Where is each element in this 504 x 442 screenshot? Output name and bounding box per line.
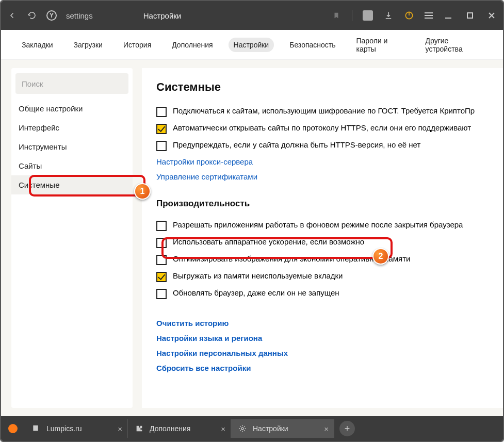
menu-icon[interactable]	[425, 12, 433, 19]
close-icon[interactable]	[486, 10, 497, 21]
avatar[interactable]	[363, 10, 373, 21]
home-dot-icon[interactable]	[8, 424, 18, 433]
shield-icon[interactable]	[404, 10, 414, 21]
svg-rect-3	[33, 425, 38, 431]
maximize-icon[interactable]	[465, 10, 475, 21]
bottom-tab-label-2: Настройки	[253, 424, 288, 433]
browser-window: Y settings Настройки ЗакладкиЗагрузки	[0, 0, 504, 442]
nav-item-5[interactable]: Безопасность	[284, 38, 340, 52]
perf-opt-row-2: Оптимизировать изображения для экономии …	[156, 251, 489, 268]
page-title: Настройки	[143, 11, 182, 20]
bottom-tab-0[interactable]: Lumpics.ru×	[25, 419, 128, 438]
perf-opt-label-4: Обновлять браузер, даже если он не запущ…	[173, 288, 339, 297]
sidebar: Поиск Общие настройкиИнтерфейсИнструмент…	[11, 68, 133, 408]
tab-icon-page-icon	[32, 424, 40, 433]
link-clear-history[interactable]: Очистить историю	[156, 316, 489, 331]
system-opt-label-0: Подключаться к сайтам, использующим шифр…	[173, 106, 475, 115]
perf-opt-checkbox-1[interactable]	[156, 238, 167, 248]
section-title-system: Системные	[156, 80, 489, 94]
perf-opt-row-4: Обновлять браузер, даже если он не запущ…	[156, 285, 489, 302]
search-placeholder: Поиск	[22, 79, 43, 88]
system-opt-row-0: Подключаться к сайтам, использующим шифр…	[156, 103, 489, 120]
sidebar-item-2[interactable]: Инструменты	[11, 137, 133, 156]
settings-topnav: ЗакладкиЗагрузкиИсторияДополненияНастрой…	[1, 30, 503, 60]
perf-opt-label-3: Выгружать из памяти неиспользуемые вклад…	[173, 271, 343, 280]
settings-main: Системные Подключаться к сайтам, использ…	[142, 68, 503, 408]
bottom-tab-label-0: Lumpics.ru	[46, 424, 82, 433]
nav-item-2[interactable]: История	[118, 38, 156, 52]
link-certs[interactable]: Управление сертификатами	[156, 169, 489, 184]
address-url[interactable]: settings	[66, 11, 93, 20]
perf-opt-label-0: Разрешать приложениям работать в фоновом…	[173, 220, 463, 229]
perf-opt-checkbox-0[interactable]	[156, 221, 167, 231]
system-opt-checkbox-1[interactable]	[156, 124, 167, 134]
bottom-tab-2[interactable]: Настройки×	[231, 419, 334, 438]
new-tab-button[interactable]: +	[339, 421, 355, 436]
system-opt-checkbox-2[interactable]	[156, 141, 167, 151]
nav-item-6[interactable]: Пароли и карты	[351, 34, 410, 56]
content-area: Поиск Общие настройкиИнтерфейсИнструмент…	[1, 60, 503, 416]
system-opt-label-1: Автоматически открывать сайты по протоко…	[173, 123, 471, 132]
perf-opt-row-3: Выгружать из памяти неиспользуемые вклад…	[156, 268, 489, 285]
system-opt-checkbox-0[interactable]	[156, 107, 167, 117]
nav-item-3[interactable]: Дополнения	[167, 38, 218, 52]
system-opt-row-1: Автоматически открывать сайты по протоко…	[156, 120, 489, 137]
perf-opt-checkbox-2[interactable]	[156, 255, 167, 265]
tab-close-icon[interactable]: ×	[324, 424, 329, 433]
perf-opt-label-2: Оптимизировать изображения для экономии …	[173, 254, 410, 263]
titlebar: Y settings Настройки	[1, 1, 503, 30]
link-reset-all[interactable]: Сбросить все настройки	[156, 361, 489, 375]
nav-item-1[interactable]: Загрузки	[69, 38, 108, 52]
link-lang-region[interactable]: Настройки языка и региона	[156, 331, 489, 346]
reload-icon[interactable]	[27, 10, 37, 21]
system-opt-row-2: Предупреждать, если у сайта должна быть …	[156, 137, 489, 154]
perf-opt-checkbox-3[interactable]	[156, 272, 167, 282]
back-icon[interactable]	[7, 10, 18, 21]
link-personal-data[interactable]: Настройки персональных данных	[156, 346, 489, 361]
bottom-tab-1[interactable]: Дополнения×	[128, 419, 231, 438]
perf-opt-checkbox-4[interactable]	[156, 289, 167, 299]
system-opt-label-2: Предупреждать, если у сайта должна быть …	[173, 140, 420, 149]
divider	[352, 10, 352, 21]
nav-item-0[interactable]: Закладки	[17, 38, 58, 52]
search-input[interactable]: Поиск	[15, 73, 128, 94]
perf-opt-row-1: Использовать аппаратное ускорение, если …	[156, 234, 489, 251]
nav-item-7[interactable]: Другие устройства	[420, 34, 487, 56]
download-icon[interactable]	[383, 10, 394, 21]
section-title-performance: Производительность	[156, 199, 489, 209]
perf-opt-label-1: Использовать аппаратное ускорение, если …	[173, 237, 364, 246]
bookmark-icon[interactable]	[331, 10, 342, 21]
minimize-icon[interactable]	[443, 10, 453, 21]
sidebar-item-0[interactable]: Общие настройки	[11, 99, 133, 118]
sidebar-item-3[interactable]: Сайты	[11, 156, 133, 175]
sidebar-item-1[interactable]: Интерфейс	[11, 118, 133, 137]
svg-rect-2	[467, 13, 473, 18]
bottom-tabbar: Lumpics.ru×Дополнения×Настройки× +	[1, 416, 503, 441]
tab-icon-gear-icon	[238, 424, 247, 433]
svg-point-4	[241, 428, 243, 430]
sidebar-item-4[interactable]: Системные	[11, 175, 133, 194]
tab-close-icon[interactable]: ×	[118, 424, 122, 433]
nav-item-4[interactable]: Настройки	[229, 38, 274, 52]
tab-icon-puzzle-icon	[135, 424, 143, 433]
link-proxy[interactable]: Настройки прокси-сервера	[156, 154, 489, 169]
bottom-tab-label-1: Дополнения	[150, 424, 190, 433]
tab-close-icon[interactable]: ×	[221, 424, 225, 433]
yandex-logo-icon: Y	[46, 10, 57, 21]
perf-opt-row-0: Разрешать приложениям работать в фоновом…	[156, 217, 489, 234]
